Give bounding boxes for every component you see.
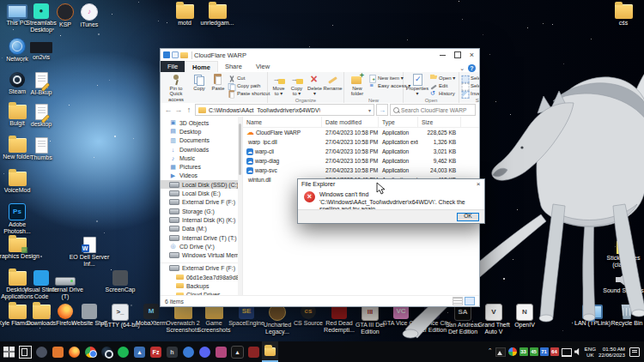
forward-button[interactable]: →	[174, 106, 183, 114]
desktop-icon-thumbs[interactable]: Thumbs	[19, 137, 64, 161]
clock[interactable]: 01:50 AM 22/06/2023	[598, 346, 625, 359]
thumbnails-view-icon[interactable]	[465, 297, 475, 305]
ribbon-button-invert-selection[interactable]: Invert selection	[461, 89, 479, 97]
desktop-icon-screencap[interactable]: ScreenCap	[98, 270, 143, 293]
ribbon-button-paste[interactable]: Paste	[209, 73, 228, 102]
address-bar[interactable]: C:\Windows\AAct_Tool\wdvdriver\x64WDV\ ▾	[195, 104, 374, 116]
column-header-date-modified[interactable]: Date modified	[322, 117, 379, 127]
quick-access-folder-icon[interactable]	[180, 52, 188, 58]
file-row[interactable]: warp_ipc.dll27/04/2023 10:58 PMApplicati…	[243, 137, 479, 147]
file-row[interactable]: ☁warp-diag27/04/2023 10:58 PMApplication…	[243, 156, 479, 166]
ribbon-button-paste-shortcut[interactable]: Paste shortcut	[228, 89, 265, 97]
start-button[interactable]	[1, 341, 17, 362]
desktop-icon-adobe-photosh[interactable]: PsAdobe Photosh...	[0, 203, 39, 235]
pink-app[interactable]	[213, 341, 229, 362]
details-view-icon[interactable]	[453, 297, 463, 305]
green-app[interactable]	[115, 341, 131, 362]
temp-monitor-1[interactable]: 33	[519, 347, 528, 356]
nav-item-local-disk-e[interactable]: Local Disk (E:)	[161, 189, 238, 197]
language-indicator[interactable]: ENG UK	[585, 346, 596, 358]
file-row[interactable]: ☁CloudFlare WARP27/04/2023 10:58 PMAppli…	[243, 128, 479, 137]
nav-item-06d1e3ea7d98a9d86c8652fe[interactable]: 06d1e3ea7d98a9d86c8652fe	[161, 273, 238, 281]
nav-item-local-disk-ssd-c[interactable]: Local Disk (SSD) (C:)	[161, 180, 238, 189]
nav-item-backups[interactable]: Backups	[161, 281, 238, 290]
nav-item-pictures[interactable]: ▦Pictures	[161, 162, 238, 171]
dialog-title-bar[interactable]: File Explorer ×	[298, 179, 484, 189]
ribbon-button-select-all[interactable]: Select all	[461, 74, 479, 81]
steam-app[interactable]	[99, 341, 115, 362]
ribbon-button-rename[interactable]: Rename	[324, 73, 342, 97]
dialog-close-button[interactable]: ×	[472, 179, 484, 189]
blue-sphere-app[interactable]	[180, 341, 197, 362]
discord-app[interactable]	[197, 341, 213, 362]
nav-item-storage-g[interactable]: Storage (G:)	[161, 207, 238, 215]
orange-app[interactable]	[50, 341, 66, 362]
explorer-title-bar[interactable]: CloudFlare WARP ×	[161, 49, 479, 61]
chrome-app[interactable]	[82, 341, 99, 362]
task-view-button[interactable]	[17, 341, 33, 362]
filezilla-app[interactable]: Fz	[148, 341, 164, 362]
colorful-tray-icon[interactable]	[508, 347, 517, 356]
temp-monitor-2[interactable]: 45	[530, 347, 538, 356]
temp-monitor-4[interactable]: 64	[550, 347, 559, 356]
desktop-icon-desktop[interactable]: desktop	[19, 104, 64, 128]
firefox-app[interactable]	[66, 341, 82, 362]
back-button[interactable]: ←	[164, 106, 173, 114]
swirl-app[interactable]	[33, 341, 50, 362]
tab-home[interactable]: Home	[185, 61, 218, 72]
tab-share[interactable]: Share	[218, 61, 249, 72]
dark-app[interactable]: h	[164, 341, 180, 362]
volume-icon[interactable]	[574, 348, 582, 356]
nav-item-3d-objects[interactable]: ▣3D Objects	[161, 118, 238, 127]
ribbon-button-delete[interactable]: Delete ▾	[306, 73, 324, 97]
quick-access-properties-icon[interactable]	[172, 51, 179, 58]
desktop-icon-unrledgam[interactable]: unrledgam...	[195, 3, 240, 27]
ok-button[interactable]: OK	[457, 213, 479, 221]
file-explorer-app[interactable]	[262, 341, 278, 362]
ribbon-button-cut[interactable]: Cut	[228, 74, 265, 81]
desktop-icon-graphics-design[interactable]: ▦Graphics Design	[0, 237, 39, 260]
nav-item-videos[interactable]: ▶Videos	[161, 172, 238, 180]
nav-item-cd-drive-v[interactable]: ◎CD Drive (V:)	[161, 242, 238, 250]
scrollbar-thumb[interactable]	[239, 124, 241, 175]
nav-item-windows-virtual-memory[interactable]: Windows Virtual Memory (	[161, 250, 238, 259]
ribbon-button-new-item[interactable]: New item ▾	[368, 74, 401, 81]
nav-item-documents[interactable]: ▥Documents	[161, 136, 238, 145]
address-path[interactable]: C:\Windows\AAct_Tool\wdvdriver\x64WDV\	[209, 107, 320, 113]
address-dropdown-icon[interactable]: ▾	[368, 107, 371, 113]
desktop-icon-ai-bkup[interactable]: AI-Bkup	[19, 72, 64, 96]
close-button[interactable]: ×	[465, 49, 479, 61]
wallpaper-engine-tray-icon[interactable]	[495, 347, 506, 357]
ribbon-button-copy[interactable]: Copy	[190, 73, 209, 102]
nav-item-data-m[interactable]: Data (M:)	[161, 225, 238, 233]
desktop-icon-itunes[interactable]: ♪iTunes	[67, 3, 112, 28]
file-row[interactable]: ☁warp-cli27/04/2023 10:58 PMApplication3…	[243, 147, 479, 156]
ribbon-collapse-icon[interactable]: ⌄	[459, 65, 465, 72]
nav-item-downloads[interactable]: ↓Downloads	[161, 145, 238, 154]
nav-item-internal-drive-t-t[interactable]: Internal Drive (T) (T:)	[161, 233, 238, 242]
ribbon-button-properties[interactable]: Properties ▾	[405, 73, 429, 97]
minimize-button[interactable]	[435, 49, 450, 61]
network-icon[interactable]	[562, 348, 572, 357]
red-app[interactable]	[246, 341, 262, 362]
column-header-name[interactable]: Name	[243, 117, 322, 127]
file-row[interactable]: ☁warp-svc27/04/2023 10:58 PMApplication2…	[243, 166, 479, 175]
nav-item-external-drive-f-f[interactable]: External Drive F (F:)	[161, 198, 238, 207]
nav-item-internal-disk-k-k[interactable]: Internal Disk (K) (K:)	[161, 215, 238, 224]
tray-overflow-chevron-icon[interactable]: ⌃	[488, 347, 493, 354]
desktop-icon-on2vis[interactable]: on2vis	[19, 38, 64, 61]
ribbon-button-pin-to-quick-access[interactable]: Pin to Quick access	[162, 73, 190, 102]
nav-item-music[interactable]: ♪Music	[161, 154, 238, 162]
ribbon-button-select-none[interactable]: Select none	[461, 81, 479, 89]
up-button[interactable]: ↑	[185, 106, 193, 114]
help-icon[interactable]: ?	[468, 64, 476, 72]
nav-scrollbar[interactable]	[238, 117, 242, 296]
desktop-icon-eo-dell-server-inf[interactable]: EO Dell Server Inf...	[67, 237, 112, 268]
ribbon-button-open[interactable]: Open ▾	[429, 74, 457, 81]
ribbon-button-history[interactable]: History	[429, 89, 457, 97]
photos-app[interactable]: ▲	[131, 341, 148, 362]
ribbon-button-move-to[interactable]: Move to ▾	[270, 73, 288, 97]
go-button[interactable]: →	[376, 104, 388, 116]
tab-view[interactable]: View	[249, 61, 276, 72]
action-center-icon[interactable]	[629, 347, 640, 357]
